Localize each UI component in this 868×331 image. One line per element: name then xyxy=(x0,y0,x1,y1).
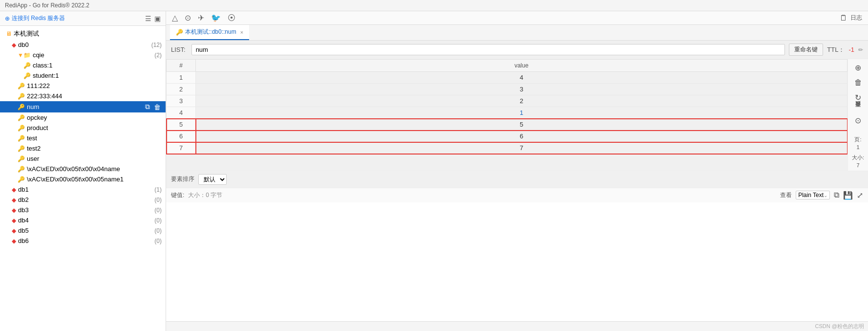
key-icon: 🔑 xyxy=(18,114,25,121)
key-header: LIST: 重命名键 TTL： -1 ✏ xyxy=(166,41,868,59)
cell-value[interactable]: 1 xyxy=(196,107,847,119)
sidebar-item-label: opckey xyxy=(27,114,162,121)
cell-value[interactable]: 3 xyxy=(196,84,847,95)
page-label: 页: xyxy=(854,136,861,143)
sidebar-item-xac-name1[interactable]: 🔑 \xAC\xED\x00\x05t\x00\x05name1 xyxy=(0,174,166,184)
rename-key-button[interactable]: 重命名键 xyxy=(789,44,823,56)
value-editor-label: 键值: xyxy=(171,191,184,199)
delete-key-button[interactable]: 🗑 xyxy=(153,103,162,111)
detail-right-panel: ⊕ 🗑 ↻ 页面搜索 ⊙ 页: 1 大小: 7 xyxy=(847,59,868,171)
sidebar-item-count: (0) xyxy=(154,197,162,203)
list-icon[interactable]: ☰ xyxy=(145,15,151,22)
sidebar-item-label: user xyxy=(27,155,162,162)
cell-value[interactable]: 4 xyxy=(196,72,847,84)
sidebar-item-xac-name[interactable]: 🔑 \xAC\xED\x00\x05t\x00\x04name xyxy=(0,164,166,174)
sidebar-item-product[interactable]: 🔑 product xyxy=(0,123,166,133)
top-right-area: 🗒 日志 xyxy=(840,14,862,22)
table-row[interactable]: 23 xyxy=(167,84,847,95)
db-icon: ◆ xyxy=(12,207,16,214)
toolbar-icons: △ ⊙ ✈ 🐦 ⦿ xyxy=(172,13,235,22)
col-header-hash: # xyxy=(167,60,196,72)
sidebar-item-db5[interactable]: ◆ db5 (0) xyxy=(0,225,166,236)
ttl-label: TTL： xyxy=(827,45,845,54)
sidebar-header: ⊕ 连接到 Redis 服务器 ☰ ▣ xyxy=(0,11,166,26)
refresh-button[interactable]: ↻ xyxy=(854,92,862,103)
sidebar-item-localhost[interactable]: 🖥 本机测试 xyxy=(0,28,166,40)
expand-editor-button[interactable]: ⤢ xyxy=(857,191,863,200)
value-editor-textarea[interactable] xyxy=(166,202,868,322)
cell-value[interactable]: 6 xyxy=(196,131,847,142)
copy-key-button[interactable]: ⧉ xyxy=(144,103,151,111)
sidebar-item-class1[interactable]: 🔑 class:1 xyxy=(0,60,166,70)
twitter-icon[interactable]: 🐦 xyxy=(211,13,221,22)
github-icon[interactable]: ⦿ xyxy=(228,14,235,22)
sort-select[interactable]: 默认 xyxy=(198,174,227,185)
search-button[interactable]: ⊙ xyxy=(854,115,862,126)
sidebar-item-222333444[interactable]: 🔑 222:333:444 xyxy=(0,91,166,101)
key-icon: 🔑 xyxy=(18,166,25,173)
cell-value[interactable]: 7 xyxy=(196,142,847,154)
log-icon: 🗒 xyxy=(840,14,847,22)
sidebar-item-db4[interactable]: ◆ db4 (0) xyxy=(0,215,166,225)
telegram-icon[interactable]: ✈ xyxy=(198,13,204,22)
table-row[interactable]: 41 xyxy=(167,107,847,119)
sidebar-item-test2[interactable]: 🔑 test2 xyxy=(0,143,166,154)
cell-value[interactable]: 5 xyxy=(196,119,847,131)
sidebar-item-db1[interactable]: ◆ db1 (1) xyxy=(0,184,166,195)
table-row[interactable]: 32 xyxy=(167,95,847,107)
delete-row-button[interactable]: 🗑 xyxy=(853,77,863,88)
sidebar-item-opckey[interactable]: 🔑 opckey xyxy=(0,112,166,123)
ttl-value: -1 xyxy=(848,46,854,53)
layout-icon[interactable]: ▣ xyxy=(154,15,161,22)
table-row[interactable]: 66 xyxy=(167,131,847,142)
sidebar-item-db3[interactable]: ◆ db3 (0) xyxy=(0,205,166,215)
sidebar-tree: 🖥 本机测试 ◆ db0 (12) ▼📁 cqie (2) 🔑 cla xyxy=(0,26,166,331)
format-select[interactable]: Plain Text ⌄ xyxy=(796,191,830,199)
db-icon: ◆ xyxy=(12,238,16,244)
db-icon: ◆ xyxy=(12,217,16,224)
key-icon: 🔑 xyxy=(18,93,25,100)
table-row[interactable]: 14 xyxy=(167,72,847,84)
sidebar-item-user[interactable]: 🔑 user xyxy=(0,154,166,164)
connect-button[interactable]: ⊕ 连接到 Redis 服务器 xyxy=(5,14,141,22)
tab-num[interactable]: 🔑 本机测试::db0::num × xyxy=(170,25,249,40)
col-header-value: value xyxy=(196,60,847,72)
sidebar-item-cqie[interactable]: ▼📁 cqie (2) xyxy=(0,50,166,60)
sidebar-item-test[interactable]: 🔑 test xyxy=(0,133,166,143)
save-value-button[interactable]: 💾 xyxy=(843,191,853,200)
sidebar-item-label: db6 xyxy=(18,237,150,244)
key-name-input[interactable] xyxy=(191,44,785,55)
log-button[interactable]: 日志 xyxy=(850,14,862,22)
cell-index: 7 xyxy=(167,142,196,154)
key-icon: 🔑 xyxy=(18,104,25,110)
add-row-button[interactable]: ⊕ xyxy=(854,62,862,73)
sidebar-item-db2[interactable]: ◆ db2 (0) xyxy=(0,195,166,205)
sidebar-item-count: (0) xyxy=(154,207,162,214)
sidebar-item-db0[interactable]: ◆ db0 (12) xyxy=(0,40,166,50)
table-row[interactable]: 55 xyxy=(167,119,847,131)
sidebar-item-student1[interactable]: 🔑 student:1 xyxy=(0,70,166,81)
sidebar-item-num[interactable]: 🔑 num ⧉ 🗑 xyxy=(0,101,166,112)
value-editor-meta: 大小：0 字节 xyxy=(188,191,222,199)
data-table-container: # value 14233241556677 xyxy=(166,59,847,171)
copy-value-button[interactable]: ⧉ xyxy=(834,191,839,199)
sidebar-item-db6[interactable]: ◆ db6 (0) xyxy=(0,236,166,246)
cell-value[interactable]: 2 xyxy=(196,95,847,107)
top-toolbar: △ ⊙ ✈ 🐦 ⦿ 🗒 日志 xyxy=(166,11,868,25)
table-row[interactable]: 77 xyxy=(167,142,847,154)
csdn-badge: CSDN @粉色的志明 xyxy=(815,323,864,329)
sidebar-item-label: test xyxy=(27,134,162,142)
cell-index: 6 xyxy=(167,131,196,142)
ttl-edit-button[interactable]: ✏ xyxy=(858,46,863,53)
sidebar-item-label: db4 xyxy=(18,217,150,224)
sidebar-item-111222[interactable]: 🔑 111:222 xyxy=(0,81,166,91)
key-icon: 🔑 xyxy=(18,135,25,142)
sidebar-item-label: db3 xyxy=(18,206,150,214)
key-type-label: LIST: xyxy=(171,46,186,53)
format-value: Plain Text xyxy=(798,192,824,199)
sidebar-item-label: 本机测试 xyxy=(14,29,162,38)
help-icon[interactable]: ⊙ xyxy=(185,13,191,22)
tab-close-button[interactable]: × xyxy=(240,29,243,35)
db-icon: ◆ xyxy=(12,197,16,203)
value-editor-bar: 键值: 大小：0 字节 查看 Plain Text ⌄ ⧉ 💾 ⤢ xyxy=(166,188,868,202)
